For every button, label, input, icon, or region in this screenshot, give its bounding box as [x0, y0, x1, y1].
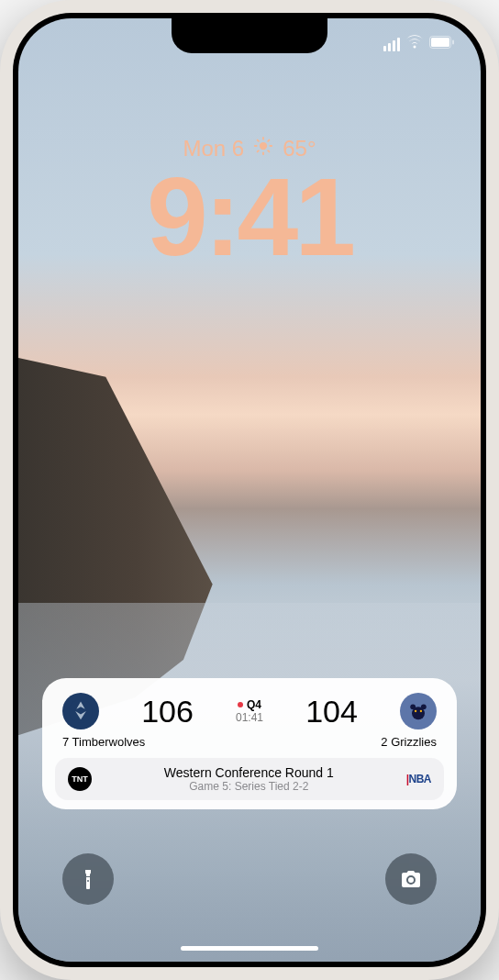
svg-point-17	[415, 710, 416, 712]
clock: 9:41	[18, 161, 481, 272]
device-frame: Mon 6 65° 9:41 106	[0, 0, 499, 980]
team1-name: 7 Timberwolves	[62, 735, 145, 749]
cellular-signal-icon	[383, 38, 400, 51]
svg-line-10	[258, 150, 259, 151]
svg-rect-1	[431, 38, 449, 47]
svg-line-9	[268, 150, 269, 151]
svg-point-3	[260, 142, 267, 150]
grizzlies-logo-icon	[400, 693, 437, 729]
team2-name: 2 Grizzlies	[381, 735, 437, 749]
svg-line-11	[268, 140, 269, 141]
quick-actions	[18, 853, 481, 905]
series-text: Western Conference Round 1 Game 5: Serie…	[92, 765, 406, 793]
svg-line-8	[258, 140, 259, 141]
team2-score: 104	[305, 694, 358, 729]
datetime-area: Mon 6 65° 9:41	[18, 136, 481, 272]
wifi-icon	[405, 35, 424, 53]
nba-league-icon: |NBA	[406, 773, 431, 785]
status-bar	[383, 35, 455, 53]
series-subtitle: Game 5: Series Tied 2-2	[92, 780, 406, 793]
quarter-text: Q4	[247, 698, 261, 711]
team-names-row: 7 Timberwolves 2 Grizzlies	[59, 729, 440, 758]
series-title: Western Conference Round 1	[92, 765, 406, 780]
notch	[172, 18, 327, 53]
svg-rect-2	[452, 40, 454, 45]
camera-button[interactable]	[385, 853, 437, 905]
series-row: TNT Western Conference Round 1 Game 5: S…	[55, 758, 444, 800]
svg-point-16	[412, 707, 425, 719]
battery-icon	[429, 36, 455, 52]
lock-screen[interactable]: Mon 6 65° 9:41 106	[18, 18, 481, 962]
flashlight-button[interactable]	[62, 853, 114, 905]
score-row: 106 Q4 01:41 104	[59, 693, 440, 729]
network-badge: TNT	[68, 767, 92, 791]
device-bezel: Mon 6 65° 9:41 106	[13, 13, 486, 967]
svg-point-18	[420, 710, 422, 712]
flashlight-icon	[77, 868, 99, 890]
game-clock: 01:41	[236, 711, 263, 724]
camera-icon	[400, 868, 422, 890]
team1-score: 106	[141, 694, 194, 729]
quarter-label: Q4	[238, 698, 261, 711]
game-status: Q4 01:41	[236, 698, 263, 724]
sports-widget[interactable]: 106 Q4 01:41 104 7 Timberwolves	[42, 678, 457, 809]
live-indicator-icon	[238, 702, 243, 707]
home-indicator[interactable]	[181, 946, 318, 951]
timberwolves-logo-icon	[62, 693, 99, 729]
